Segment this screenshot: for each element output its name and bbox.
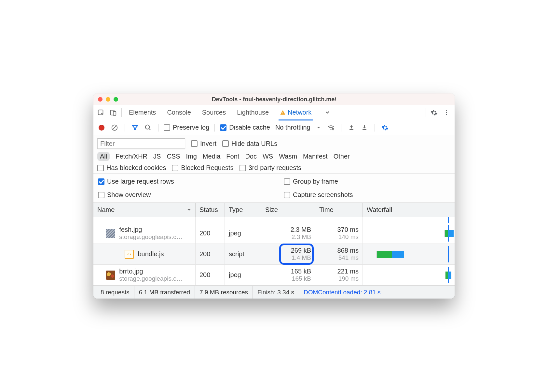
traffic-lights [98, 97, 118, 102]
col-size[interactable]: Size [261, 203, 315, 217]
status-bar: 8 requests 6.1 MB transferred 7.9 MB res… [93, 286, 455, 299]
blocked-requests-checkbox[interactable] [172, 165, 178, 171]
device-toolbar-icon[interactable] [107, 106, 119, 119]
kebab-menu-icon[interactable] [440, 106, 453, 119]
record-button[interactable] [97, 123, 106, 133]
has-blocked-cookies-toggle[interactable]: Has blocked cookies [97, 164, 166, 172]
close-window-button[interactable] [98, 97, 103, 102]
options-row: Use large request rows Show overview Gro… [93, 174, 455, 203]
time-latency: 190 ms [338, 275, 359, 282]
type-filter-css[interactable]: CSS [167, 153, 180, 160]
group-by-frame-checkbox[interactable] [284, 178, 290, 185]
show-overview-toggle[interactable]: Show overview [98, 191, 264, 199]
blocked-requests-toggle[interactable]: Blocked Requests [172, 164, 233, 172]
third-party-checkbox[interactable] [240, 165, 246, 171]
invert-checkbox[interactable] [191, 140, 198, 147]
type-filter-font[interactable]: Font [226, 153, 239, 160]
svg-point-10 [330, 129, 331, 130]
type-filter-all[interactable]: All [97, 152, 110, 161]
table-row-cut [93, 217, 455, 223]
zoom-window-button[interactable] [114, 97, 118, 102]
col-type[interactable]: Type [225, 203, 261, 217]
size-resource: 165 kB [292, 275, 311, 282]
blocked-requests-label: Blocked Requests [181, 164, 233, 172]
file-thumb-icon [106, 271, 115, 280]
disable-cache-checkbox[interactable] [220, 124, 226, 131]
type-filter-manifest[interactable]: Manifest [303, 153, 328, 160]
window-title: DevTools - foul-heavenly-direction.glitc… [93, 96, 455, 103]
large-rows-checkbox[interactable] [98, 178, 104, 185]
tab-network[interactable]: Network [280, 105, 311, 120]
type-filter-img[interactable]: Img [186, 153, 197, 160]
request-name: fesh.jpg [119, 226, 182, 233]
upload-har-icon[interactable] [347, 123, 356, 133]
filter-input[interactable] [97, 138, 185, 149]
sort-desc-icon [187, 208, 191, 212]
large-rows-toggle[interactable]: Use large request rows [98, 178, 264, 185]
hide-data-urls-toggle[interactable]: Hide data URLs [222, 140, 277, 147]
disable-cache-toggle[interactable]: Disable cache [220, 124, 270, 131]
type-filter-fetch-xhr[interactable]: Fetch/XHR [116, 153, 147, 160]
requests-table: Name Status Type Size Time Waterfall [93, 203, 455, 286]
type-filter-wasm[interactable]: Wasm [279, 153, 297, 160]
inspect-element-icon[interactable] [95, 106, 107, 119]
show-overview-checkbox[interactable] [98, 192, 104, 198]
has-blocked-cookies-checkbox[interactable] [97, 165, 104, 171]
warning-icon [280, 110, 286, 116]
svg-point-9 [145, 125, 150, 129]
type-filter-ws[interactable]: WS [263, 153, 273, 160]
mime-type: jpeg [229, 230, 257, 237]
tab-console[interactable]: Console [167, 105, 191, 120]
time-total: 370 ms [337, 226, 359, 233]
clear-button[interactable] [110, 123, 119, 133]
waterfall-bar [367, 246, 451, 262]
col-status[interactable]: Status [196, 203, 225, 217]
status-finish: Finish: 3.34 s [253, 286, 299, 299]
filter-icon[interactable] [130, 123, 140, 133]
col-waterfall[interactable]: Waterfall [363, 203, 455, 217]
more-tabs-icon[interactable] [321, 106, 334, 119]
type-filter-media[interactable]: Media [203, 153, 220, 160]
network-settings-icon[interactable] [380, 123, 390, 133]
type-filter-other[interactable]: Other [334, 153, 350, 160]
request-name: bundle.js [138, 250, 164, 258]
time-latency: 140 ms [338, 233, 359, 241]
hide-data-urls-checkbox[interactable] [222, 140, 229, 147]
network-conditions-icon[interactable] [326, 123, 336, 133]
search-icon[interactable] [143, 123, 153, 133]
capture-screenshots-checkbox[interactable] [284, 192, 290, 198]
col-time[interactable]: Time [315, 203, 363, 217]
type-filter-doc[interactable]: Doc [245, 153, 257, 160]
minimize-window-button[interactable] [106, 97, 110, 102]
size-resource: 2.3 MB [292, 233, 311, 241]
divider [426, 108, 426, 117]
main-tabs-row: Elements Console Sources Lighthouse Netw… [93, 105, 455, 120]
preserve-log-toggle[interactable]: Preserve log [164, 124, 209, 131]
time-total: 868 ms [337, 247, 359, 254]
invert-toggle[interactable]: Invert [191, 140, 216, 147]
third-party-toggle[interactable]: 3rd-party requests [240, 164, 301, 172]
size-transfer: 269 kB [291, 247, 311, 254]
mime-type: jpeg [229, 271, 257, 279]
download-har-icon[interactable] [360, 123, 369, 133]
group-by-frame-toggle[interactable]: Group by frame [284, 178, 450, 185]
tab-elements[interactable]: Elements [129, 105, 156, 120]
size-resource: 1.4 MB [292, 254, 311, 261]
col-name[interactable]: Name [93, 203, 196, 217]
settings-gear-icon[interactable] [428, 106, 440, 119]
status-code: 200 [199, 250, 221, 258]
table-row[interactable]: fesh.jpg storage.googleapis.c… 200 jpeg … [93, 223, 455, 244]
has-blocked-cookies-label: Has blocked cookies [106, 164, 166, 172]
preserve-log-checkbox[interactable] [164, 124, 170, 131]
tab-lighthouse[interactable]: Lighthouse [237, 105, 269, 120]
tab-network-label: Network [288, 109, 311, 116]
table-row[interactable]: brrto.jpg storage.googleapis.c… 200 jpeg… [93, 265, 455, 286]
table-row[interactable]: bundle.js 200 script 269 kB 1.4 MB 868 m… [93, 244, 455, 265]
third-party-label: 3rd-party requests [249, 164, 301, 172]
throttling-select[interactable]: No throttling [275, 124, 321, 131]
type-filter-js[interactable]: JS [153, 153, 161, 160]
script-file-icon [125, 250, 134, 259]
show-overview-label: Show overview [107, 191, 151, 199]
capture-screenshots-toggle[interactable]: Capture screenshots [284, 191, 450, 199]
tab-sources[interactable]: Sources [202, 105, 226, 120]
